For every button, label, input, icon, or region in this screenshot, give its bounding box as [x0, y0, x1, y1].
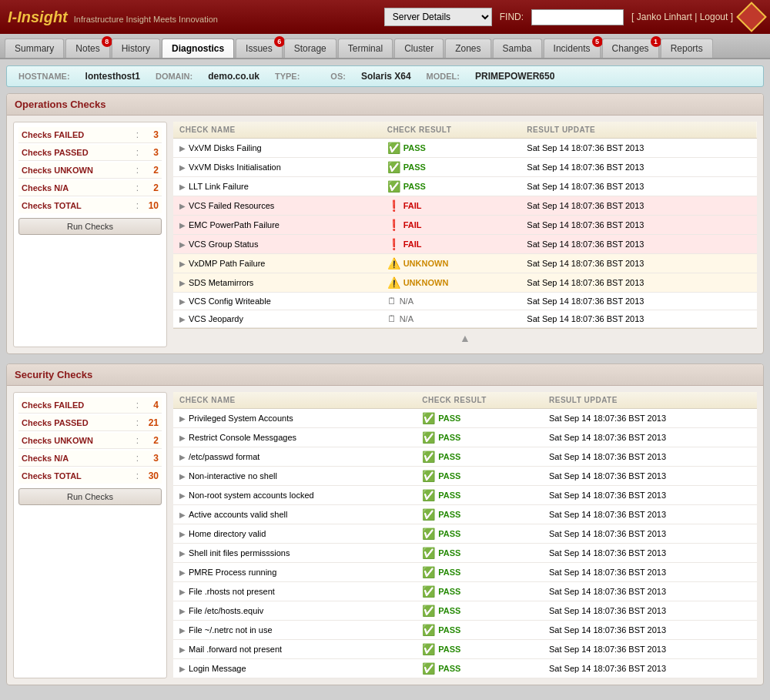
- result-text: UNKNOWN: [403, 278, 449, 287]
- tab-diagnostics[interactable]: Diagnostics: [162, 39, 234, 58]
- operations-table-body: ▶ VxVM Disks Failing ✅PASS Sat Sep 14 18…: [173, 139, 757, 328]
- stat-row: Checks PASSED : 21: [18, 415, 162, 431]
- tab-changes[interactable]: Changes1: [602, 39, 659, 58]
- operations-table-wrap: CHECK NAME CHECK RESULT RESULT UPDATE ▶ …: [173, 122, 757, 347]
- table-row[interactable]: ▶ SDS Metamirrors ⚠️UNKNOWN Sat Sep 14 1…: [173, 273, 757, 293]
- check-update-cell: Sat Sep 14 18:07:36 BST 2013: [543, 524, 757, 544]
- check-update-cell: Sat Sep 14 18:07:36 BST 2013: [543, 659, 757, 678]
- table-row[interactable]: ▶ Login Message ✅PASS Sat Sep 14 18:07:3…: [173, 659, 757, 678]
- security-section: Security Checks Checks FAILED : 4 Checks…: [6, 363, 764, 685]
- pass-icon: ✅: [422, 450, 435, 463]
- table-row[interactable]: ▶ File ~/.netrc not in use ✅PASS Sat Sep…: [173, 621, 757, 640]
- tab-reports[interactable]: Reports: [661, 39, 713, 58]
- table-row[interactable]: ▶ Active accounts valid shell ✅PASS Sat …: [173, 505, 757, 524]
- na-icon: 🗒: [387, 313, 397, 324]
- table-row[interactable]: ▶ VxDMP Path Failure ⚠️UNKNOWN Sat Sep 1…: [173, 254, 757, 273]
- logo-diamond-icon: [736, 2, 767, 32]
- table-row[interactable]: ▶ Privileged System Accounts ✅PASS Sat S…: [173, 409, 757, 428]
- check-name: Shell init files permisssions: [189, 548, 290, 558]
- tab-badge-changes: 1: [651, 36, 661, 47]
- table-row[interactable]: ▶ EMC PowerPath Failure ❗FAIL Sat Sep 14…: [173, 216, 757, 235]
- check-name-cell: ▶ PMRE Process running: [173, 563, 416, 582]
- stat-colon: :: [136, 129, 139, 140]
- tab-samba[interactable]: Samba: [493, 39, 542, 58]
- col-check-name-sec: CHECK NAME: [173, 392, 416, 409]
- header-controls: Server Details FIND: [ Janko Linhart | L…: [384, 6, 762, 28]
- stat-colon: :: [136, 453, 139, 464]
- server-select[interactable]: Server Details: [384, 8, 492, 26]
- hostname-value: lontesthost1: [85, 71, 140, 82]
- table-row[interactable]: ▶ Restrict Console Messgages ✅PASS Sat S…: [173, 428, 757, 447]
- table-row[interactable]: ▶ Home directory valid ✅PASS Sat Sep 14 …: [173, 524, 757, 544]
- domain-value: demo.co.uk: [208, 71, 259, 82]
- result-text: FAIL: [403, 220, 422, 229]
- unknown-icon: ⚠️: [387, 257, 400, 270]
- pass-icon: ✅: [422, 662, 435, 675]
- tab-incidents[interactable]: Incidents5: [544, 39, 601, 58]
- table-row[interactable]: ▶ VCS Config Writeable 🗒N/A Sat Sep 14 1…: [173, 293, 757, 310]
- table-row[interactable]: ▶ VCS Group Status ❗FAIL Sat Sep 14 18:0…: [173, 235, 757, 254]
- table-row[interactable]: ▶ File .rhosts not present ✅PASS Sat Sep…: [173, 582, 757, 601]
- tab-zones[interactable]: Zones: [445, 39, 490, 58]
- tab-badge-notes: 8: [102, 36, 112, 47]
- tab-history[interactable]: History: [112, 39, 160, 58]
- stat-row: Checks TOTAL : 30: [18, 468, 162, 484]
- check-name: VCS Jeopardy: [189, 314, 243, 323]
- table-row[interactable]: ▶ VCS Jeopardy 🗒N/A Sat Sep 14 18:07:36 …: [173, 310, 757, 328]
- table-row[interactable]: ▶ LLT Link Failure ✅PASS Sat Sep 14 18:0…: [173, 177, 757, 196]
- table-row[interactable]: ▶ Non-interactive no shell ✅PASS Sat Sep…: [173, 467, 757, 486]
- security-table-header: CHECK NAME CHECK RESULT RESULT UPDATE: [173, 392, 757, 409]
- table-row[interactable]: ▶ VCS Failed Resources ❗FAIL Sat Sep 14 …: [173, 196, 757, 216]
- table-row[interactable]: ▶ PMRE Process running ✅PASS Sat Sep 14 …: [173, 563, 757, 582]
- tab-cluster[interactable]: Cluster: [394, 39, 444, 58]
- result-text: PASS: [438, 587, 460, 596]
- tab-issues[interactable]: Issues6: [236, 39, 283, 58]
- run-checks-button[interactable]: Run Checks: [18, 218, 162, 235]
- tab-notes[interactable]: Notes8: [65, 39, 109, 58]
- tab-storage[interactable]: Storage: [284, 39, 336, 58]
- tab-summary[interactable]: Summary: [5, 39, 64, 58]
- expand-arrow-icon: ▶: [179, 530, 186, 538]
- os-label: OS:: [330, 72, 346, 81]
- table-row[interactable]: ▶ Non-root system accounts locked ✅PASS …: [173, 486, 757, 505]
- check-update-cell: Sat Sep 14 18:07:36 BST 2013: [521, 235, 757, 254]
- check-update-cell: Sat Sep 14 18:07:36 BST 2013: [521, 158, 757, 177]
- find-input[interactable]: [531, 9, 624, 25]
- tab-terminal[interactable]: Terminal: [338, 39, 393, 58]
- result-text: PASS: [438, 664, 460, 673]
- stat-label: Checks UNKOWN: [22, 436, 132, 445]
- expand-arrow-icon: ▶: [179, 260, 186, 268]
- check-name-cell: ▶ File .rhosts not present: [173, 582, 416, 601]
- result-text: UNKNOWN: [403, 259, 449, 268]
- stat-value: 10: [143, 200, 159, 211]
- table-row[interactable]: ▶ /etc/passwd format ✅PASS Sat Sep 14 18…: [173, 447, 757, 467]
- pass-icon: ✅: [422, 605, 435, 617]
- model-value: PRIMEPOWER650: [475, 71, 554, 82]
- check-result-cell: ❗FAIL: [381, 216, 521, 235]
- pass-icon: ✅: [387, 180, 400, 193]
- check-name: EMC PowerPath Failure: [189, 220, 280, 229]
- table-row[interactable]: ▶ Mail .forward not present ✅PASS Sat Se…: [173, 640, 757, 659]
- domain-label: DOMAIN:: [156, 72, 192, 81]
- table-row[interactable]: ▶ File /etc/hosts.equiv ✅PASS Sat Sep 14…: [173, 601, 757, 621]
- stat-colon: :: [136, 435, 139, 446]
- stat-row: Checks TOTAL : 10: [18, 198, 162, 213]
- table-row[interactable]: ▶ VxVM Disks Initialisation ✅PASS Sat Se…: [173, 158, 757, 177]
- pass-icon: ✅: [422, 431, 435, 444]
- pass-icon: ✅: [422, 566, 435, 578]
- main-content: Operations Checks Checks FAILED : 3 Chec…: [0, 93, 770, 700]
- col-check-result: CHECK RESULT: [381, 122, 521, 139]
- run-checks-button[interactable]: Run Checks: [18, 488, 162, 505]
- table-row[interactable]: ▶ VxVM Disks Failing ✅PASS Sat Sep 14 18…: [173, 139, 757, 158]
- check-name-cell: ▶ VxDMP Path Failure: [173, 254, 381, 273]
- pass-icon: ✅: [422, 412, 435, 424]
- check-result-cell: ⚠️UNKNOWN: [381, 254, 521, 273]
- unknown-icon: ⚠️: [387, 276, 400, 289]
- result-text: N/A: [400, 296, 413, 306]
- check-name: Non-interactive no shell: [189, 471, 277, 481]
- stat-label: Checks N/A: [22, 183, 132, 193]
- expand-arrow-icon: ▶: [179, 472, 186, 481]
- table-row[interactable]: ▶ Shell init files permisssions ✅PASS Sa…: [173, 544, 757, 563]
- check-result-cell: ✅PASS: [416, 621, 543, 640]
- stat-label: Checks N/A: [22, 454, 132, 463]
